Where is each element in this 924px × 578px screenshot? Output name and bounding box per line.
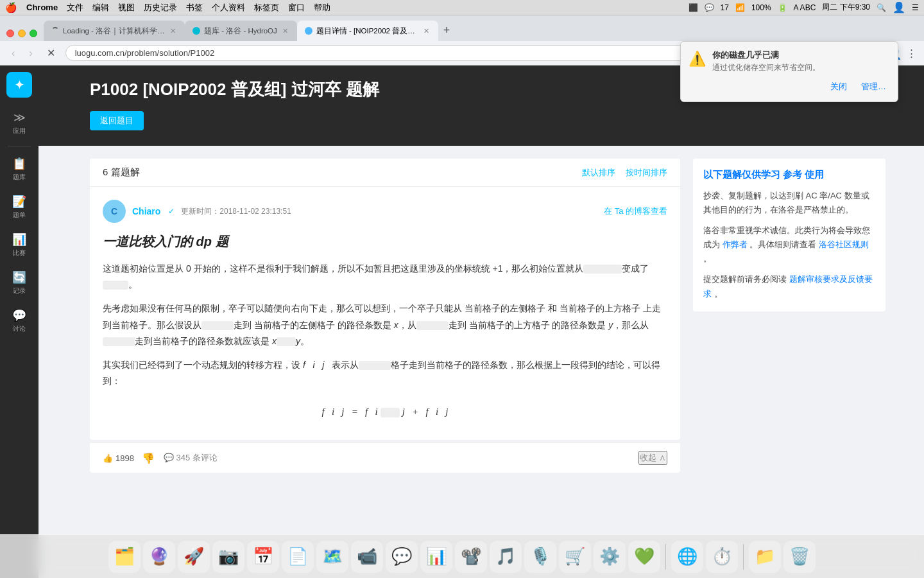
dock-podcasts[interactable]: 🎙️ <box>524 541 556 573</box>
loading-spinner <box>51 27 59 35</box>
solution-card: C Chiaro ✓ 更新时间：2018-11-02 23:13:51 在 Ta… <box>90 187 680 440</box>
menu-view[interactable]: 视图 <box>118 2 135 13</box>
sidebar-logo[interactable]: ✦ <box>6 72 32 98</box>
dock-chrome[interactable]: 🌐 <box>671 541 703 573</box>
notification-desc: 通过优化储存空间来节省空间。 <box>712 62 890 73</box>
dock-separator-2 <box>743 544 744 570</box>
minimize-window-btn[interactable] <box>18 30 26 37</box>
dock-finder[interactable]: 🗂️ <box>108 541 141 573</box>
thumbs-up-icon: 👍 <box>103 453 113 463</box>
tab-bar: Loading - 洛谷｜计算机科学教… ✕ 题库 - 洛谷 - HydroOJ… <box>0 15 924 41</box>
dock-siri[interactable]: 🔮 <box>143 541 175 573</box>
dock-finder2[interactable]: 📁 <box>749 541 781 573</box>
notification-text: 你的磁盘几乎已满 通过优化储存空间来节省空间。 <box>712 49 890 73</box>
dock-keynote[interactable]: 📽️ <box>455 541 487 573</box>
sidebar-item-tidan[interactable]: 📝 题单 <box>3 189 35 225</box>
warning-para1: 抄袭、复制题解，以达到刷 AC 率/AC 数量或其他目的的行为，在洛谷是严格禁止… <box>703 189 875 217</box>
menu-icon[interactable]: ⋮ <box>907 48 916 59</box>
sort-default-btn[interactable]: 默认排序 <box>582 167 615 179</box>
spotlight-icon[interactable]: 🔍 <box>877 3 886 12</box>
solution-author: C Chiaro ✓ 更新时间：2018-11-02 23:13:51 在 Ta… <box>103 200 667 223</box>
main-layout: ✦ ≫ 应用 📋 题库 📝 题单 📊 比赛 🔄 记录 💬 讨论 <box>0 66 924 578</box>
back-to-problem-btn[interactable]: 返回题目 <box>90 111 144 130</box>
timer-icon: ⏱️ <box>712 547 732 566</box>
wechat-icon: 💚 <box>634 547 654 566</box>
trash-icon: 🗑️ <box>789 547 810 566</box>
dock-photos[interactable]: 📷 <box>212 541 244 573</box>
sort-options: 默认排序 按时间排序 <box>582 167 667 179</box>
dock-facetime[interactable]: 📹 <box>351 541 383 573</box>
back-button[interactable]: ‹ <box>8 46 19 60</box>
bisai-icon: 📊 <box>12 232 26 247</box>
solution-para-2: 先考虑如果没有任何马的限制，卒子可以随便向右向下走，那么可以想到，一个卒子只能从… <box>103 301 667 349</box>
content-area: P1002 [NOIP2002 普及组] 过河卒 题解 返回题目 6 篇题解 默… <box>38 66 924 578</box>
dock-launchpad[interactable]: 🚀 <box>178 541 210 573</box>
dislike-button[interactable]: 👎 <box>142 452 155 464</box>
solution-para-3: 其实我们已经得到了一个动态规划的转移方程，设 f i j 表示从格子走到当前格子… <box>103 357 667 389</box>
app-name: Chrome <box>26 3 58 12</box>
dock-notes[interactable]: 📄 <box>282 541 314 573</box>
menu-help[interactable]: 帮助 <box>314 2 330 13</box>
menu-profile[interactable]: 个人资料 <box>212 2 245 13</box>
dock-trash[interactable]: 🗑️ <box>783 541 816 573</box>
author-update-time: 更新时间：2018-11-02 23:13:51 <box>181 206 291 217</box>
sidebar-item-bisai[interactable]: 📊 比赛 <box>3 227 35 263</box>
new-tab-button[interactable]: + <box>438 24 456 41</box>
collapse-button[interactable]: 收起 ∧ <box>638 451 667 465</box>
sidebar-item-taolun[interactable]: 💬 讨论 <box>3 303 35 338</box>
tab-tikulib[interactable]: 题库 - 洛谷 - HydroOJ ✕ <box>185 21 297 41</box>
notification-close-btn[interactable]: 关闭 <box>826 80 851 94</box>
user-icon[interactable]: 👤 <box>893 1 905 13</box>
dock-messages[interactable]: 💬 <box>386 541 418 573</box>
settings-icon: ⚙️ <box>599 547 620 566</box>
dock-appstore[interactable]: 🛒 <box>559 541 591 573</box>
logo-icon: ✦ <box>14 77 25 92</box>
control-center-icon[interactable]: ☰ <box>912 3 919 12</box>
sidebar-item-jilu[interactable]: 🔄 记录 <box>3 265 35 301</box>
dock-music[interactable]: 🎵 <box>490 541 522 573</box>
tab-loading[interactable]: Loading - 洛谷｜计算机科学教… ✕ <box>44 21 185 41</box>
tab-close-3[interactable]: ✕ <box>422 26 431 37</box>
apple-menu[interactable]: 🍎 <box>5 2 17 13</box>
tab-close-1[interactable]: ✕ <box>169 26 177 37</box>
warning-box: 以下题解仅供学习 参考 使用 抄袭、复制题解，以达到刷 AC 率/AC 数量或其… <box>693 159 886 311</box>
sidebar-separator <box>8 146 31 146</box>
community-rules-link[interactable]: 洛谷社区规则 <box>819 240 869 249</box>
dock-calendar[interactable]: 📅 <box>247 541 279 573</box>
author-name[interactable]: Chiaro <box>132 206 160 216</box>
dock-separator <box>665 544 666 570</box>
camera-icon: ⬛ <box>689 3 698 12</box>
menu-edit[interactable]: 编辑 <box>92 2 109 13</box>
jilu-icon: 🔄 <box>12 270 26 285</box>
menu-window[interactable]: 窗口 <box>288 2 305 13</box>
close-window-btn[interactable] <box>6 30 14 37</box>
maximize-window-btn[interactable] <box>30 30 37 37</box>
notes-icon: 📄 <box>287 547 308 566</box>
tab-solution[interactable]: 题目详情 - [NOIP2002 普及组]… ✕ <box>297 21 438 41</box>
dock-settings[interactable]: ⚙️ <box>594 541 626 573</box>
comment-count[interactable]: 💬 345 条评论 <box>164 452 218 464</box>
cheater-link[interactable]: 作弊者 <box>723 240 748 249</box>
reload-button[interactable]: ✕ <box>43 46 59 60</box>
menu-file[interactable]: 文件 <box>67 2 83 13</box>
menu-tabs[interactable]: 标签页 <box>254 2 279 13</box>
input-method: A ABC <box>794 3 816 12</box>
forward-button[interactable]: › <box>25 46 36 60</box>
menu-bookmarks[interactable]: 书签 <box>186 2 203 13</box>
dock-maps[interactable]: 🗺️ <box>316 541 348 573</box>
dock-numbers[interactable]: 📊 <box>420 541 452 573</box>
sort-time-btn[interactable]: 按时间排序 <box>626 167 667 179</box>
sidebar-label-jilu: 记录 <box>13 286 26 295</box>
author-blog-link[interactable]: 在 Ta 的博客查看 <box>604 206 667 217</box>
dock-wechat[interactable]: 💚 <box>628 541 660 573</box>
tab-close-2[interactable]: ✕ <box>281 26 289 37</box>
notification-manage-btn[interactable]: 管理… <box>857 80 890 94</box>
keynote-icon: 📽️ <box>461 547 481 566</box>
menu-history[interactable]: 历史记录 <box>144 2 177 13</box>
sidebar-item-apps[interactable]: ≫ 应用 <box>3 105 35 141</box>
warning-title-link[interactable]: 参考 <box>783 169 802 180</box>
sidebar-item-tikulib[interactable]: 📋 题库 <box>3 152 35 187</box>
dock-timer[interactable]: ⏱️ <box>706 541 738 573</box>
notification-title: 你的磁盘几乎已满 <box>712 49 890 61</box>
like-button[interactable]: 👍 1898 <box>103 453 134 463</box>
